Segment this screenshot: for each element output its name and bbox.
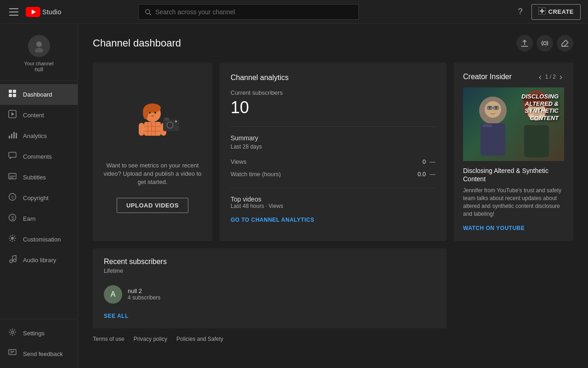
create-label: CREATE: [548, 8, 574, 15]
subscriber-avatar: A: [104, 285, 122, 304]
top-videos-title: Top videos: [231, 196, 435, 203]
sidebar-item-dashboard-label: Dashboard: [23, 91, 52, 98]
search-input[interactable]: [155, 8, 353, 16]
thumbnail-line4: CONTENT: [521, 115, 559, 122]
subtitles-icon: [7, 172, 17, 183]
sidebar-item-customisation[interactable]: Customisation: [0, 229, 78, 250]
sidebar-item-earn-label: Earn: [23, 215, 35, 222]
creator-thumbnail[interactable]: DISCLOSING ALTERED & SYNTHETIC CONTENT: [463, 87, 564, 161]
svg-point-29: [10, 260, 12, 263]
top-navigation: Studio ? CREATE: [0, 0, 588, 24]
channel-name: null: [34, 66, 43, 73]
sidebar-item-subtitles[interactable]: Subtitles: [0, 167, 78, 188]
top-videos-section: Top videos Last 48 hours · Views: [231, 196, 435, 209]
divider-2: [231, 188, 435, 188]
footer-terms-link[interactable]: Terms of use: [93, 336, 124, 342]
upload-videos-button[interactable]: UPLOAD VIDEOS: [117, 198, 188, 213]
upload-button[interactable]: [516, 35, 533, 52]
views-stat-row: Views 0 —: [231, 155, 435, 168]
search-bar[interactable]: [138, 4, 359, 20]
svg-point-43: [154, 112, 156, 114]
subscriber-name: null 2: [128, 288, 160, 294]
nav-left: Studio: [7, 6, 62, 17]
sidebar-item-audio-library[interactable]: Audio library: [0, 250, 78, 270]
svg-text:$: $: [11, 216, 14, 221]
watchtime-label: Watch time (hours): [231, 171, 281, 178]
sidebar-item-copyright-label: Copyright: [23, 195, 49, 201]
footer-policies-link[interactable]: Policies and Safety: [176, 336, 223, 342]
summary-subtitle: Last 28 days: [231, 144, 435, 150]
edit-button[interactable]: [557, 35, 573, 52]
cards-row: Want to see metrics on your recent video…: [93, 63, 573, 241]
sidebar-item-comments-label: Comments: [23, 153, 52, 160]
sidebar-item-comments[interactable]: Comments: [0, 146, 78, 167]
creator-next-button[interactable]: ›: [558, 72, 564, 82]
thumbnail-line3: SYNTHETIC: [521, 107, 559, 115]
creator-pagination: 1 / 2: [545, 74, 556, 80]
copyright-icon: ©: [7, 192, 17, 204]
svg-marker-14: [11, 112, 14, 116]
svg-rect-17: [13, 132, 15, 138]
page-title: Channel dashboard: [93, 37, 181, 49]
watchtime-dash: —: [430, 171, 435, 178]
earn-icon: $: [7, 213, 17, 224]
creator-insider-card: Creator Insider ‹ 1 / 2 ›: [454, 63, 573, 241]
svg-rect-52: [139, 123, 144, 136]
divider-1: [231, 126, 435, 127]
see-all-link[interactable]: SEE ALL: [104, 313, 435, 319]
svg-rect-35: [9, 350, 16, 355]
subscriber-item: A null 2 4 subscribers: [104, 282, 435, 307]
create-button[interactable]: CREATE: [531, 4, 581, 20]
svg-point-41: [143, 106, 148, 119]
sidebar-item-content[interactable]: Content: [0, 105, 78, 126]
sidebar-nav: Dashboard Content: [0, 80, 78, 319]
sidebar-item-analytics[interactable]: Analytics: [0, 126, 78, 146]
watchtime-value: 0.0: [418, 171, 426, 178]
svg-point-7: [36, 41, 42, 47]
thumbnail-text-overlay: DISCLOSING ALTERED & SYNTHETIC CONTENT: [521, 93, 559, 121]
analytics-card-title: Channel analytics: [231, 74, 435, 82]
svg-rect-11: [9, 94, 12, 97]
menu-icon[interactable]: [7, 6, 20, 17]
svg-point-30: [13, 259, 16, 262]
watch-on-youtube-link[interactable]: WATCH ON YOUTUBE: [463, 225, 525, 231]
footer-privacy-link[interactable]: Privacy policy: [134, 336, 167, 342]
sidebar-item-customisation-label: Customisation: [23, 236, 61, 243]
watchtime-stat-row: Watch time (hours) 0.0 —: [231, 168, 435, 180]
sidebar-item-dashboard[interactable]: Dashboard: [0, 84, 78, 105]
svg-rect-15: [9, 136, 10, 138]
top-videos-subtitle: Last 48 hours · Views: [231, 203, 435, 209]
recent-subs-subtitle: Lifetime: [104, 268, 435, 274]
recent-subscribers-card: Recent subscribers Lifetime A null 2 4 s…: [93, 248, 447, 328]
sidebar-item-copyright[interactable]: © Copyright: [0, 188, 78, 208]
svg-point-28: [11, 237, 14, 240]
creator-prev-button[interactable]: ‹: [537, 72, 543, 82]
subscribers-count: 10: [231, 98, 435, 117]
creator-video-title: Disclosing Altered & Synthetic Content: [463, 167, 564, 183]
subscriber-info: null 2 4 subscribers: [128, 288, 160, 301]
channel-analytics-card: Channel analytics Current subscribers 10…: [220, 63, 447, 241]
svg-line-3: [149, 13, 151, 15]
customisation-icon: [7, 234, 17, 245]
thumbnail-line2: ALTERED &: [521, 100, 559, 108]
go-channel-analytics-link[interactable]: GO TO CHANNEL ANALYTICS: [231, 217, 435, 223]
svg-point-56: [169, 124, 171, 126]
sidebar-item-earn[interactable]: $ Earn: [0, 208, 78, 229]
thumbnail-line1: DISCLOSING: [521, 93, 559, 100]
svg-rect-64: [487, 106, 492, 109]
sidebar: Your channel null Dashboard: [0, 24, 78, 368]
recent-subs-title: Recent subscribers: [104, 258, 435, 266]
help-button[interactable]: ?: [513, 5, 528, 19]
sidebar-item-subtitles-label: Subtitles: [23, 174, 46, 181]
sidebar-item-feedback-label: Send feedback: [23, 351, 63, 357]
subscriber-avatar-letter: A: [111, 290, 116, 299]
sidebar-item-send-feedback[interactable]: Send feedback: [0, 344, 78, 364]
live-button[interactable]: [537, 35, 553, 52]
youtube-logo-icon: [26, 7, 40, 17]
svg-rect-61: [481, 123, 505, 155]
thumbnail-background: DISCLOSING ALTERED & SYNTHETIC CONTENT: [463, 87, 564, 161]
sidebar-item-settings[interactable]: Settings: [0, 323, 78, 344]
svg-point-42: [149, 112, 151, 114]
nav-right: ? CREATE: [513, 4, 581, 20]
svg-rect-18: [16, 133, 17, 138]
